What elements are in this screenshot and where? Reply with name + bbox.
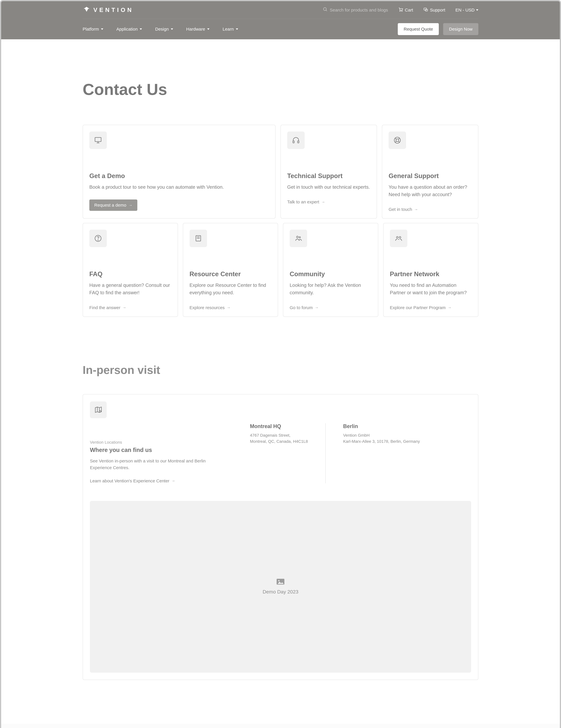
visit-panel: Vention Locations Where you can find us …: [83, 394, 478, 680]
location-berlin: Berlin Vention GmbHKarl-Marx-Allee 3, 10…: [325, 423, 437, 483]
explore-resources-link[interactable]: Explore resources→: [190, 305, 231, 310]
main-content: Contact Us Get a Demo Book a product tou…: [77, 80, 484, 680]
request-quote-button[interactable]: Request Quote: [398, 23, 439, 35]
location-name: Berlin: [343, 423, 420, 429]
chevron-down-icon: [476, 9, 478, 11]
card-community: Community Looking for help? Ask the Vent…: [283, 223, 378, 317]
question-circle-icon: [89, 230, 107, 247]
language-currency-selector[interactable]: EN - USD: [455, 8, 478, 13]
page-title: Contact Us: [83, 80, 478, 99]
svg-line-15: [395, 141, 396, 143]
chevron-down-icon: [236, 28, 238, 30]
svg-line-14: [398, 138, 400, 139]
nav-bar: Platform Application Design Hardware Lea…: [83, 19, 478, 39]
svg-rect-6: [95, 137, 101, 142]
go-to-forum-link[interactable]: Go to forum→: [290, 305, 318, 310]
search-field[interactable]: [323, 7, 388, 13]
monitor-icon: [89, 131, 107, 149]
brand-name: VENTION: [93, 7, 134, 13]
card-body: Get in touch with our technical experts.: [287, 183, 370, 191]
card-body: You have a question about an order? Need…: [388, 183, 472, 198]
cart-link[interactable]: Cart: [398, 7, 413, 13]
partners-icon: [390, 230, 407, 247]
contact-cards-row-2: FAQ Have a general question? Consult our…: [83, 223, 478, 317]
nav-learn[interactable]: Learn: [223, 27, 238, 32]
card-body: Looking for help? Ask the Vention commun…: [290, 281, 371, 296]
svg-point-2: [400, 11, 400, 11]
image-icon: [277, 579, 284, 585]
primary-nav: Platform Application Design Hardware Lea…: [83, 27, 238, 32]
svg-point-23: [299, 237, 300, 238]
lifebuoy-icon: [388, 131, 406, 149]
card-title: Partner Network: [390, 270, 472, 278]
arrow-right-icon: →: [122, 305, 126, 310]
svg-line-16: [398, 141, 400, 143]
card-body: Explore our Resource Center to find ever…: [190, 281, 272, 296]
location-address-2: Montreal, QC, Canada, H4C1L8: [250, 439, 308, 444]
get-in-touch-link[interactable]: Get in touch→: [388, 207, 418, 212]
nav-design[interactable]: Design: [155, 27, 173, 32]
design-now-button[interactable]: Design Now: [443, 23, 478, 35]
card-technical-support: Technical Support Get in touch with our …: [280, 125, 377, 219]
arrow-right-icon: →: [129, 203, 132, 207]
card-partner-network: Partner Network You need to find an Auto…: [383, 223, 478, 317]
visit-body: See Vention in-person with a visit to ou…: [90, 458, 221, 471]
find-answer-link[interactable]: Find the answer→: [89, 305, 126, 310]
card-title: General Support: [388, 172, 472, 180]
support-link[interactable]: Support: [423, 7, 445, 13]
card-body: Book a product tour to see how you can a…: [89, 183, 269, 191]
card-body: Have a general question? Consult our FAQ…: [89, 281, 171, 296]
search-input[interactable]: [330, 8, 388, 13]
card-title: Community: [290, 270, 371, 278]
support-label: Support: [430, 8, 445, 13]
svg-rect-10: [298, 141, 299, 143]
language-label: EN - USD: [455, 8, 475, 13]
chevron-down-icon: [171, 28, 173, 30]
logo-icon: [83, 6, 91, 14]
cart-label: Cart: [405, 8, 413, 13]
nav-application[interactable]: Application: [116, 27, 142, 32]
partner-program-link[interactable]: Explore our Partner Program→: [390, 305, 452, 310]
card-title: Get a Demo: [89, 172, 269, 180]
visit-subheading: Where you can find us: [90, 447, 221, 453]
location-address-1: 4767 Dagenais Street,: [250, 433, 290, 438]
svg-point-18: [98, 240, 98, 240]
chevron-down-icon: [140, 28, 142, 30]
svg-point-28: [278, 580, 280, 581]
cart-icon: [398, 7, 403, 13]
location-address-1: Vention GmbH: [343, 433, 369, 438]
svg-rect-9: [293, 141, 294, 143]
svg-line-1: [326, 10, 327, 11]
card-body: You need to find an Automation Partner o…: [390, 281, 472, 296]
search-icon: [323, 7, 328, 13]
site-footer: VENTION vention.io Terms Privacy Securit…: [1, 724, 560, 728]
arrow-right-icon: →: [315, 305, 318, 310]
community-icon: [290, 230, 307, 247]
card-faq: FAQ Have a general question? Consult our…: [83, 223, 178, 317]
experience-center-link[interactable]: Learn about Vention's Experience Center→: [90, 478, 175, 483]
map-pin-icon: [90, 401, 107, 418]
chevron-down-icon: [101, 28, 103, 30]
card-title: Technical Support: [287, 172, 370, 180]
request-demo-button[interactable]: Request a demo→: [89, 199, 137, 211]
location-montreal: Montreal HQ 4767 Dagenais Street,Montrea…: [250, 423, 325, 483]
nav-platform[interactable]: Platform: [83, 27, 103, 32]
svg-point-3: [401, 11, 402, 11]
svg-point-0: [323, 8, 326, 10]
media-placeholder: Demo Day 2023: [90, 501, 471, 673]
svg-point-12: [396, 139, 399, 142]
arrow-right-icon: →: [414, 207, 418, 212]
chat-icon: [423, 7, 428, 13]
locations-list: Montreal HQ 4767 Dagenais Street,Montrea…: [250, 423, 437, 483]
visit-heading: In-person visit: [83, 363, 478, 377]
svg-point-26: [99, 411, 101, 412]
card-title: Resource Center: [190, 270, 272, 278]
brand-logo[interactable]: VENTION: [83, 6, 134, 14]
top-bar: VENTION Cart: [83, 1, 478, 19]
location-address-2: Karl-Marx-Allee 3, 10178, Berlin, German…: [343, 439, 420, 444]
nav-hardware[interactable]: Hardware: [186, 27, 210, 32]
arrow-right-icon: →: [448, 305, 451, 310]
headphones-icon: [287, 131, 304, 149]
talk-to-expert-link[interactable]: Talk to an expert→: [287, 199, 325, 204]
media-caption: Demo Day 2023: [263, 589, 298, 595]
